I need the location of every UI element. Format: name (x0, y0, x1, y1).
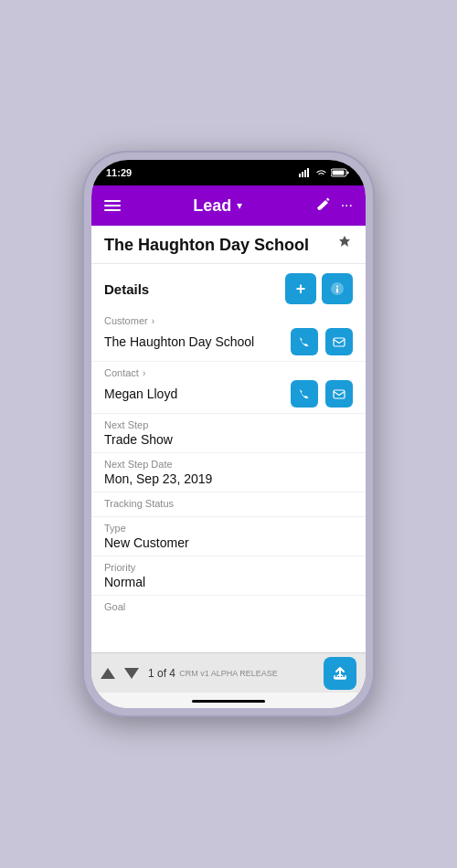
email-svg-1 (333, 337, 345, 347)
more-options-icon[interactable]: ··· (341, 197, 353, 214)
contact-contact-icons (291, 380, 353, 408)
svg-point-8 (336, 286, 338, 288)
priority-label: Priority (104, 562, 135, 573)
phone-frame: 11:29 (82, 151, 375, 717)
hamburger-line-2 (104, 205, 121, 206)
customer-phone-button[interactable] (291, 328, 318, 355)
field-goal: Goal (91, 596, 366, 619)
customer-label: Customer (104, 315, 148, 326)
header-title: Lead (193, 196, 231, 216)
page-title: The Haughton Day School (104, 236, 336, 255)
next-step-date-label: Next Step Date (104, 459, 173, 470)
svg-rect-0 (299, 174, 301, 177)
svg-rect-3 (307, 168, 309, 177)
contact-chevron-icon: › (143, 368, 145, 378)
contact-label: Contact (104, 367, 139, 378)
content-area: Details + Customer › (91, 264, 366, 652)
next-step-label: Next Step (104, 419, 148, 430)
header-chevron-icon: ▾ (237, 199, 242, 212)
svg-rect-6 (333, 171, 345, 175)
page-title-row: The Haughton Day School (91, 226, 366, 264)
contact-email-button[interactable] (325, 380, 353, 408)
field-tracking-status: Tracking Status (91, 492, 366, 517)
add-button[interactable]: + (285, 273, 316, 304)
svg-rect-10 (334, 338, 345, 346)
customer-chevron-icon: › (152, 316, 154, 326)
goal-label: Goal (104, 601, 125, 612)
signal-icon (299, 168, 312, 177)
nav-count: 1 of 4 (148, 667, 175, 680)
pin-svg (336, 235, 353, 251)
tracking-status-label: Tracking Status (104, 498, 174, 509)
phone-svg (298, 335, 311, 348)
status-bar: 11:29 (91, 160, 366, 185)
info-svg (330, 281, 345, 296)
svg-rect-9 (336, 289, 338, 293)
pin-icon[interactable] (336, 235, 353, 256)
field-next-step-date: Next Step Date Mon, Sep 23, 2019 (91, 453, 366, 492)
info-button[interactable] (322, 273, 353, 304)
bottom-bar: 1 of 4 CRM v1 ALPHA RELEASE (91, 652, 366, 693)
field-priority: Priority Normal (91, 556, 366, 596)
priority-value: Normal (104, 575, 145, 589)
details-section-title: Details (104, 281, 149, 297)
phone-svg-2 (298, 387, 311, 400)
next-step-date-value: Mon, Sep 23, 2019 (104, 471, 212, 486)
hamburger-line-3 (104, 209, 121, 211)
upload-button[interactable] (324, 657, 356, 690)
wifi-icon (315, 168, 327, 177)
status-icons (299, 168, 349, 177)
svg-rect-1 (302, 172, 303, 177)
nav-next-button[interactable] (124, 668, 139, 679)
customer-email-button[interactable] (325, 328, 353, 355)
svg-rect-2 (304, 170, 306, 177)
edit-icon[interactable] (315, 196, 332, 216)
customer-value[interactable]: The Haughton Day School (104, 334, 254, 349)
svg-rect-5 (347, 172, 349, 175)
phone-screen: 11:29 (91, 160, 366, 708)
details-section-header: Details + (91, 264, 366, 310)
field-contact: Contact › Megan Lloyd (91, 362, 366, 414)
hamburger-line-1 (104, 200, 121, 202)
upload-svg (332, 665, 348, 682)
hamburger-menu-button[interactable] (104, 200, 121, 211)
pencil-svg (315, 196, 332, 212)
contact-phone-button[interactable] (291, 380, 318, 408)
svg-rect-11 (334, 390, 345, 398)
field-customer: Customer › The Haughton Day School (91, 310, 366, 362)
field-next-step: Next Step Trade Show (91, 414, 366, 453)
nav-arrows: 1 of 4 (101, 667, 175, 680)
home-indicator (192, 700, 265, 703)
header-bar: Lead ▾ ··· (91, 185, 366, 226)
next-step-value: Trade Show (104, 432, 173, 447)
field-type: Type New Customer (91, 517, 366, 556)
type-value: New Customer (104, 535, 189, 550)
battery-icon (331, 168, 349, 177)
nav-prev-button[interactable] (101, 668, 115, 679)
version-text: CRM v1 ALPHA RELEASE (179, 669, 278, 678)
contact-value[interactable]: Megan Lloyd (104, 386, 177, 401)
type-label: Type (104, 523, 126, 534)
email-svg-2 (333, 389, 345, 399)
customer-contact-icons (291, 328, 353, 355)
section-action-buttons: + (285, 273, 353, 304)
header-actions: ··· (315, 196, 353, 216)
notch (183, 160, 274, 180)
header-title-group[interactable]: Lead ▾ (193, 196, 242, 216)
status-time: 11:29 (106, 167, 132, 178)
